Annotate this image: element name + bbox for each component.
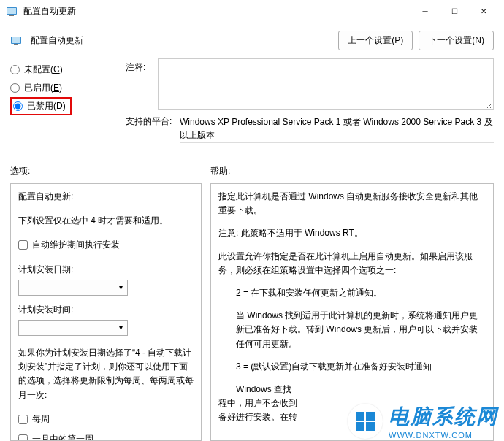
help-p7c: 备好进行安装。在转	[218, 410, 486, 424]
next-setting-button[interactable]: 下一个设置(N)	[419, 31, 494, 50]
maximize-button[interactable]: ☐	[440, 1, 469, 22]
comment-row: 注释:	[126, 58, 494, 110]
install-time-select[interactable]: ▾	[18, 320, 128, 336]
help-p1: 指定此计算机是否通过 Windows 自动更新服务接收安全更新和其他重要下载。	[218, 190, 486, 218]
window-title: 配置自动更新	[23, 5, 411, 18]
close-button[interactable]: ✕	[469, 1, 498, 22]
help-section-label: 帮助:	[210, 162, 494, 183]
radio-disabled-input[interactable]	[13, 101, 23, 111]
comment-label: 注释:	[126, 58, 152, 74]
week-note: 如果你为计划安装日期选择了“4 - 自动下载计划安装”并指定了计划，则你还可以使…	[18, 346, 194, 402]
radio-not-configured-label: 未配置(C)	[24, 64, 63, 76]
chk-weekly[interactable]: 每周	[18, 410, 194, 429]
help-p7a: Windows 查找	[218, 383, 486, 396]
chevron-down-icon: ▾	[119, 322, 123, 334]
svg-rect-2	[9, 15, 14, 16]
options-section-label: 选项:	[10, 162, 202, 183]
chk-maintenance-input[interactable]	[18, 240, 28, 250]
radio-not-configured-input[interactable]	[10, 65, 20, 74]
comment-input[interactable]	[158, 58, 494, 110]
chk-weekly-label: 每周	[32, 413, 50, 426]
radio-disabled-highlight: 已禁用(D)	[10, 97, 72, 115]
help-panel: 指定此计算机是否通过 Windows 自动更新服务接收安全更新和其他重要下载。 …	[210, 183, 494, 441]
header-row: 配置自动更新 上一个设置(P) 下一个设置(N)	[0, 23, 504, 55]
platform-row: 支持的平台: Windows XP Professional Service P…	[126, 115, 494, 143]
help-p4: 2 = 在下载和安装任何更新之前通知。	[218, 286, 486, 300]
install-day-label: 计划安装日期:	[18, 263, 194, 277]
platform-text: Windows XP Professional Service Pack 1 或…	[180, 115, 494, 143]
help-p6: 3 = (默认设置)自动下载更新并在准备好安装时通知	[218, 360, 486, 374]
nav-buttons: 上一个设置(P) 下一个设置(N)	[338, 31, 494, 50]
help-column: 帮助: 指定此计算机是否通过 Windows 自动更新服务接收安全更新和其他重要…	[210, 162, 494, 441]
titlebar: 配置自动更新 ─ ☐ ✕	[0, 0, 504, 23]
lower-area: 选项: 配置自动更新: 下列设置仅在选中 4 时才需要和适用。 自动维护期间执行…	[10, 162, 494, 441]
radio-disabled-label: 已禁用(D)	[27, 100, 66, 112]
platform-label: 支持的平台:	[126, 115, 174, 143]
chk-maintenance-label: 自动维护期间执行安装	[32, 238, 120, 252]
help-p2: 注意: 此策略不适用于 Windows RT。	[218, 226, 486, 240]
minimize-button[interactable]: ─	[411, 1, 440, 22]
options-note: 下列设置仅在选中 4 时才需要和适用。	[18, 214, 194, 228]
install-time-label: 计划安装时间:	[18, 303, 194, 317]
next-setting-label: 下一个设置(N)	[428, 35, 484, 45]
chk-first-week-input[interactable]	[18, 434, 28, 441]
chevron-down-icon: ▾	[119, 282, 123, 294]
help-p7b: 程中，用户不会收到	[218, 396, 486, 410]
install-day-select[interactable]: ▾	[18, 280, 128, 296]
radio-enabled-input[interactable]	[10, 83, 20, 93]
chk-first-week[interactable]: 一月中的第一周	[18, 429, 194, 441]
help-p3: 此设置允许你指定是否在此计算机上启用自动更新。如果启用该服务，则必须在组策略设置…	[218, 250, 486, 277]
svg-rect-1	[7, 8, 16, 14]
right-top-panel: 注释: 支持的平台: Windows XP Professional Servi…	[126, 58, 494, 143]
prev-setting-label: 上一个设置(P)	[348, 35, 403, 45]
radio-disabled[interactable]: 已禁用(D)	[13, 100, 66, 112]
svg-rect-5	[14, 44, 18, 45]
chk-first-week-label: 一月中的第一周	[32, 432, 93, 441]
options-column: 选项: 配置自动更新: 下列设置仅在选中 4 时才需要和适用。 自动维护期间执行…	[10, 162, 202, 441]
chk-weekly-input[interactable]	[18, 415, 28, 424]
svg-rect-4	[12, 37, 20, 43]
radio-enabled-label: 已启用(E)	[24, 82, 62, 94]
chk-maintenance[interactable]: 自动维护期间执行安装	[18, 235, 194, 255]
prev-setting-button[interactable]: 上一个设置(P)	[338, 31, 413, 50]
window-controls: ─ ☐ ✕	[411, 1, 498, 22]
help-p5: 当 Windows 找到适用于此计算机的更新时，系统将通知用户更新已准备好下载。…	[218, 309, 486, 351]
options-panel: 配置自动更新: 下列设置仅在选中 4 时才需要和适用。 自动维护期间执行安装 计…	[10, 183, 202, 441]
app-icon	[6, 6, 18, 18]
options-title: 配置自动更新:	[18, 190, 194, 204]
policy-icon	[10, 35, 22, 47]
page-title: 配置自动更新	[31, 34, 329, 47]
